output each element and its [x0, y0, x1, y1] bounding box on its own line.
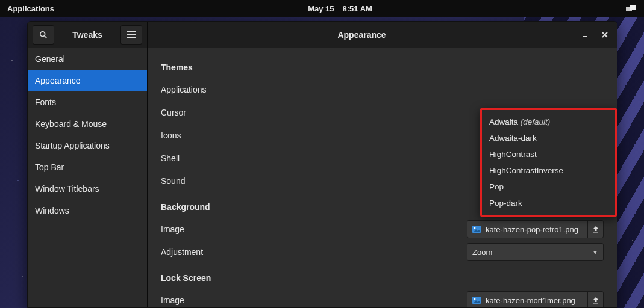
theme-label: Applications: [161, 85, 207, 94]
theme-option-highcontrast[interactable]: HighContrast: [482, 146, 615, 162]
upload-icon: [592, 226, 599, 233]
dropdown-value: Zoom: [472, 248, 492, 257]
minimize-button[interactable]: [576, 25, 595, 45]
image-file-icon: [470, 297, 483, 304]
background-adjustment-row: Adjustment Zoom ▼: [161, 241, 604, 263]
close-button[interactable]: [595, 25, 614, 45]
upload-icon: [592, 297, 599, 304]
search-button[interactable]: [33, 25, 54, 45]
system-tray[interactable]: [626, 4, 637, 13]
row-label: Adjustment: [161, 247, 203, 257]
sidebar-item-appearance[interactable]: Appearance: [28, 70, 147, 91]
sidebar-item-startup-applications[interactable]: Startup Applications: [28, 135, 147, 156]
gnome-top-bar: Applications May 15 8:51 AM: [0, 0, 644, 17]
svg-rect-12: [593, 232, 598, 233]
content-pane: Themes Applications Cursor Icons Shell ⚠…: [148, 48, 617, 307]
section-heading-lockscreen: Lock Screen: [161, 273, 604, 283]
svg-point-14: [474, 298, 476, 300]
section-heading-themes: Themes: [161, 63, 604, 72]
theme-row-applications: Applications: [161, 78, 604, 101]
network-icon: [626, 4, 637, 13]
svg-rect-5: [127, 34, 136, 35]
default-suffix: (default): [521, 117, 551, 126]
sidebar-item-top-bar[interactable]: Top Bar: [28, 156, 147, 178]
page-title: Appearance: [148, 30, 576, 40]
row-label: Image: [161, 295, 184, 305]
row-label: Image: [161, 224, 184, 234]
applications-theme-dropdown[interactable]: Adwaita (default) Adwaita-dark HighContr…: [480, 108, 617, 217]
svg-rect-4: [127, 31, 136, 32]
svg-line-3: [45, 35, 47, 38]
sidebar-item-keyboard-mouse[interactable]: Keyboard & Mouse: [28, 113, 147, 135]
adjustment-dropdown[interactable]: Zoom ▼: [467, 243, 604, 261]
clock[interactable]: May 15 8:51 AM: [308, 4, 372, 13]
image-file-icon: [470, 226, 483, 233]
theme-label: Shell: [161, 153, 180, 163]
sidebar-item-fonts[interactable]: Fonts: [28, 91, 147, 113]
theme-label: Sound: [161, 176, 185, 186]
option-label: Adwaita: [489, 117, 518, 126]
tweaks-window: Tweaks Appearance General: [27, 21, 617, 308]
theme-option-highcontrastinverse[interactable]: HighContrastInverse: [482, 162, 615, 179]
svg-rect-7: [583, 36, 587, 37]
sidebar-item-general[interactable]: General: [28, 48, 147, 70]
theme-option-pop-dark[interactable]: Pop-dark: [482, 195, 615, 211]
theme-label: Cursor: [161, 108, 186, 117]
svg-point-2: [40, 31, 45, 36]
minimize-icon: [583, 32, 589, 38]
date-label: May 15: [308, 4, 334, 13]
background-image-chooser[interactable]: kate-hazen-pop-retro1.png: [467, 220, 604, 238]
file-name: kate-hazen-pop-retro1.png: [483, 225, 587, 234]
svg-rect-6: [127, 37, 136, 38]
applications-menu[interactable]: Applications: [7, 4, 54, 13]
time-label: 8:51 AM: [343, 4, 372, 13]
background-image-row: Image kate-hazen-pop-retro1.png: [161, 218, 604, 241]
app-title: Tweaks: [54, 30, 120, 40]
svg-point-11: [474, 227, 476, 229]
sidebar-item-windows[interactable]: Windows: [28, 200, 147, 221]
titlebar: Tweaks Appearance: [28, 22, 617, 48]
chevron-down-icon: ▼: [592, 249, 598, 256]
file-name: kate-hazen-mort1mer.png: [483, 296, 587, 305]
search-icon: [39, 31, 48, 39]
hamburger-icon: [127, 31, 136, 38]
hamburger-menu-button[interactable]: [120, 25, 142, 45]
theme-label: Icons: [161, 131, 181, 140]
theme-option-pop[interactable]: Pop: [482, 179, 615, 195]
sidebar-item-window-titlebars[interactable]: Window Titlebars: [28, 178, 147, 200]
file-open-button[interactable]: [587, 292, 603, 307]
svg-rect-15: [593, 303, 598, 304]
theme-option-adwaita[interactable]: Adwaita (default): [482, 114, 615, 130]
sidebar: General Appearance Fonts Keyboard & Mous…: [28, 48, 148, 307]
lockscreen-image-chooser[interactable]: kate-hazen-mort1mer.png: [467, 291, 604, 307]
svg-rect-1: [630, 5, 636, 10]
file-open-button[interactable]: [587, 221, 603, 238]
close-icon: [602, 32, 608, 38]
lockscreen-image-row: Image kate-hazen-mort1mer.png: [161, 289, 604, 307]
theme-option-adwaita-dark[interactable]: Adwaita-dark: [482, 130, 615, 146]
